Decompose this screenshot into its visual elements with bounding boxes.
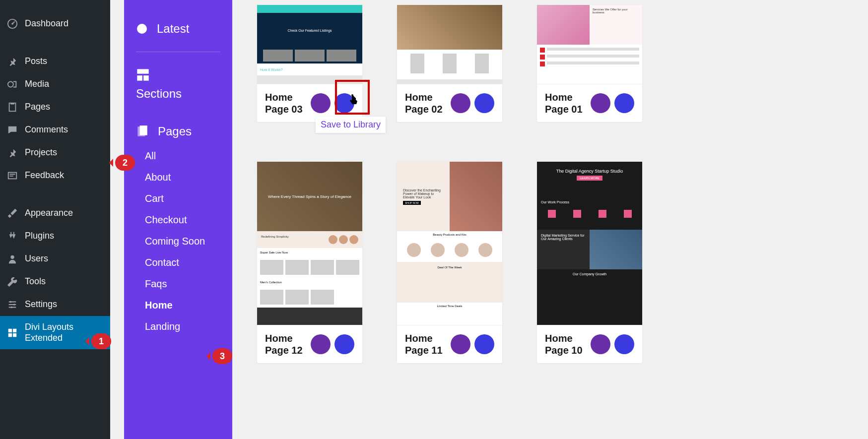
comment-icon bbox=[7, 125, 18, 135]
sections-icon bbox=[136, 68, 150, 82]
svg-point-7 bbox=[10, 301, 12, 303]
nav-label: Sections bbox=[136, 87, 182, 101]
sidebar-label: Plugins bbox=[25, 231, 54, 242]
wp-admin-sidebar: Dashboard Posts Media Pages Comments Pro… bbox=[0, 0, 110, 439]
preview-button[interactable] bbox=[591, 334, 610, 354]
svg-point-2 bbox=[8, 82, 13, 87]
nav-sub-checkout[interactable]: Checkout bbox=[124, 209, 232, 231]
thumb-text: Where Every Thread Spins a Story of Eleg… bbox=[268, 194, 351, 199]
thumb-text: Check Our Featured Listings bbox=[287, 29, 332, 32]
layout-thumbnail[interactable]: Services We Offer for your business bbox=[537, 5, 642, 84]
layout-thumbnail[interactable]: Discover the Enchanting Power of Makeup … bbox=[397, 162, 502, 325]
preview-button[interactable] bbox=[311, 93, 331, 113]
sidebar-label: Appearance bbox=[25, 208, 73, 219]
svg-point-1 bbox=[11, 23, 13, 25]
sidebar-item-feedback[interactable]: Feedback bbox=[0, 164, 110, 187]
sidebar-label: Comments bbox=[25, 125, 68, 135]
preview-button[interactable] bbox=[451, 334, 470, 354]
svg-point-6 bbox=[10, 255, 14, 259]
pie-icon bbox=[136, 23, 148, 35]
svg-rect-15 bbox=[137, 75, 142, 81]
nav-sub-faqs[interactable]: Faqs bbox=[124, 273, 232, 295]
svg-rect-12 bbox=[8, 333, 12, 337]
sidebar-label: Feedback bbox=[25, 170, 64, 181]
sidebar-item-plugins[interactable]: Plugins bbox=[0, 225, 110, 248]
user-icon bbox=[7, 253, 18, 264]
layout-card: Services We Offer for your business Home… bbox=[537, 5, 642, 122]
pin-icon bbox=[7, 147, 18, 158]
layout-title: Home Page 03 bbox=[265, 91, 311, 115]
layout-thumbnail[interactable] bbox=[397, 5, 502, 84]
preview-button[interactable] bbox=[311, 334, 331, 354]
sidebar-item-media[interactable]: Media bbox=[0, 73, 110, 96]
save-to-library-button[interactable] bbox=[474, 93, 494, 113]
nav-item-pages[interactable]: Pages bbox=[124, 118, 232, 145]
svg-rect-11 bbox=[13, 328, 16, 332]
tooltip: Save to Library bbox=[316, 117, 386, 133]
wrench-icon bbox=[7, 276, 18, 287]
layout-thumbnail[interactable]: Check Our Featured Listings How It Works… bbox=[257, 5, 362, 84]
svg-rect-18 bbox=[140, 125, 147, 135]
sidebar-label: Settings bbox=[25, 299, 57, 310]
thumb-text: Deal Of The Week bbox=[437, 266, 462, 269]
nav-sub-landing[interactable]: Landing bbox=[124, 316, 232, 337]
dashboard-icon bbox=[7, 18, 18, 29]
layout-card: Where Every Thread Spins a Story of Eleg… bbox=[257, 162, 362, 363]
layout-card: The Digital Agency Startup StudioLEARN M… bbox=[537, 162, 642, 363]
layout-thumbnail[interactable]: Where Every Thread Spins a Story of Eleg… bbox=[257, 162, 362, 325]
layout-title: Home Page 12 bbox=[265, 332, 311, 356]
svg-point-9 bbox=[10, 307, 12, 309]
svg-rect-16 bbox=[143, 75, 149, 81]
layout-title: Home Page 02 bbox=[405, 91, 451, 115]
thumb-text: The Digital Agency Startup Studio bbox=[544, 169, 635, 174]
layouts-content: Check Our Featured Listings How It Works… bbox=[232, 0, 868, 439]
nav-sub-about[interactable]: About bbox=[124, 167, 232, 188]
nav-sub-cart[interactable]: Cart bbox=[124, 188, 232, 209]
save-to-library-button[interactable] bbox=[614, 93, 634, 113]
nav-sub-coming-soon[interactable]: Coming Soon bbox=[124, 231, 232, 252]
save-to-library-button[interactable] bbox=[334, 93, 354, 113]
pin-icon bbox=[7, 56, 18, 67]
thumb-text: Discover the Enchanting Power of Makeup … bbox=[403, 188, 444, 199]
annotation-badge-1: 1 bbox=[91, 333, 111, 349]
annotation-badge-2: 2 bbox=[115, 155, 135, 171]
thumb-text: Services We Offer for your business bbox=[593, 8, 627, 14]
save-to-library-button[interactable] bbox=[614, 334, 634, 354]
sidebar-item-settings[interactable]: Settings bbox=[0, 293, 110, 316]
layout-title: Home Page 11 bbox=[405, 332, 451, 356]
nav-label: Pages bbox=[158, 125, 192, 138]
preview-button[interactable] bbox=[451, 93, 470, 113]
page-icon bbox=[7, 102, 18, 113]
sidebar-item-posts[interactable]: Posts bbox=[0, 50, 110, 73]
svg-rect-13 bbox=[13, 333, 16, 337]
pages-icon bbox=[136, 125, 149, 138]
sidebar-label: Pages bbox=[25, 102, 50, 113]
sidebar-item-dashboard[interactable]: Dashboard bbox=[0, 12, 110, 35]
svg-rect-10 bbox=[8, 328, 12, 332]
sidebar-label: Users bbox=[25, 253, 48, 264]
annotation-badge-3: 3 bbox=[212, 348, 232, 364]
layouts-nav: Latest Sections Pages All About Cart Che… bbox=[124, 0, 232, 439]
sidebar-item-tools[interactable]: Tools bbox=[0, 270, 110, 293]
sidebar-item-users[interactable]: Users bbox=[0, 248, 110, 270]
layout-icon bbox=[7, 327, 18, 338]
save-to-library-button[interactable] bbox=[474, 334, 494, 354]
nav-sub-all[interactable]: All bbox=[124, 145, 232, 167]
layout-thumbnail[interactable]: The Digital Agency Startup StudioLEARN M… bbox=[537, 162, 642, 325]
layout-card: Home Page 02 bbox=[397, 5, 502, 122]
brush-icon bbox=[7, 208, 18, 219]
preview-button[interactable] bbox=[591, 93, 610, 113]
nav-item-sections[interactable]: Sections bbox=[124, 61, 232, 108]
sidebar-item-comments[interactable]: Comments bbox=[0, 119, 110, 141]
thumb-text: Our Company Growth bbox=[573, 272, 606, 276]
sidebar-item-projects[interactable]: Projects bbox=[0, 141, 110, 164]
nav-sub-contact[interactable]: Contact bbox=[124, 252, 232, 273]
sidebar-item-appearance[interactable]: Appearance bbox=[0, 202, 110, 225]
sidebar-label: Posts bbox=[25, 56, 47, 67]
sidebar-item-pages[interactable]: Pages bbox=[0, 96, 110, 119]
plugin-icon bbox=[7, 231, 18, 242]
nav-sub-home[interactable]: Home bbox=[124, 295, 232, 316]
save-to-library-button[interactable] bbox=[334, 334, 354, 354]
thumb-text: Digital Marketing Service for Our Amazin… bbox=[541, 234, 585, 241]
nav-item-latest[interactable]: Latest bbox=[124, 15, 232, 43]
